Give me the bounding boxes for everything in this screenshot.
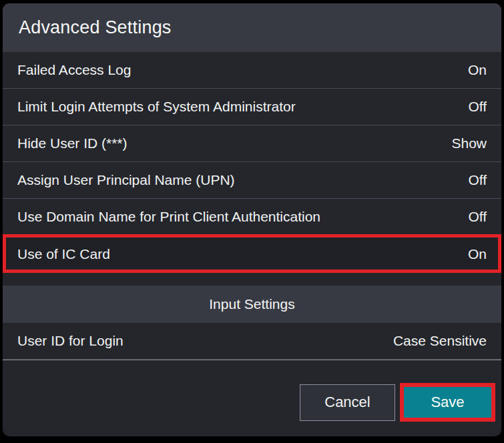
setting-value: Show	[451, 135, 487, 151]
setting-label: Assign User Principal Name (UPN)	[17, 172, 235, 188]
setting-label: User ID for Login	[17, 333, 123, 349]
section-gap	[3, 272, 501, 286]
advanced-settings-dialog: Advanced Settings Failed Access Log On L…	[3, 3, 501, 436]
setting-value: On	[468, 246, 487, 262]
setting-row-domain-name-auth[interactable]: Use Domain Name for Print Client Authent…	[3, 199, 501, 236]
setting-value: Off	[468, 209, 487, 225]
cancel-button[interactable]: Cancel	[300, 384, 395, 421]
setting-label: Use of IC Card	[17, 246, 110, 262]
save-button[interactable]: Save	[404, 387, 491, 418]
settings-list: Failed Access Log On Limit Login Attempt…	[3, 52, 501, 272]
setting-row-failed-access-log[interactable]: Failed Access Log On	[3, 52, 501, 89]
setting-row-use-of-ic-card[interactable]: Use of IC Card On	[3, 236, 501, 272]
setting-label: Use Domain Name for Print Client Authent…	[17, 209, 320, 225]
input-settings-header: Input Settings	[3, 286, 501, 323]
setting-row-hide-user-id[interactable]: Hide User ID (***) Show	[3, 125, 501, 162]
setting-label: Limit Login Attempts of System Administr…	[17, 99, 296, 115]
dialog-header: Advanced Settings	[3, 3, 501, 52]
setting-value: On	[468, 62, 487, 78]
setting-value: Off	[468, 172, 487, 188]
setting-label: Hide User ID (***)	[17, 135, 128, 151]
red-annotation-box-save: Save	[400, 383, 495, 422]
setting-label: Failed Access Log	[17, 62, 131, 78]
setting-row-assign-upn[interactable]: Assign User Principal Name (UPN) Off	[3, 162, 501, 199]
screen: { "dialog": { "title": "Advanced Setting…	[0, 0, 504, 443]
section-title: Input Settings	[209, 296, 294, 312]
dialog-title: Advanced Settings	[19, 17, 172, 38]
setting-row-user-id-for-login[interactable]: User ID for Login Case Sensitive	[3, 323, 501, 360]
setting-row-limit-login-attempts[interactable]: Limit Login Attempts of System Administr…	[3, 89, 501, 125]
setting-value: Case Sensitive	[393, 333, 487, 349]
dialog-footer: Cancel Save	[3, 360, 501, 432]
setting-value: Off	[468, 99, 487, 115]
